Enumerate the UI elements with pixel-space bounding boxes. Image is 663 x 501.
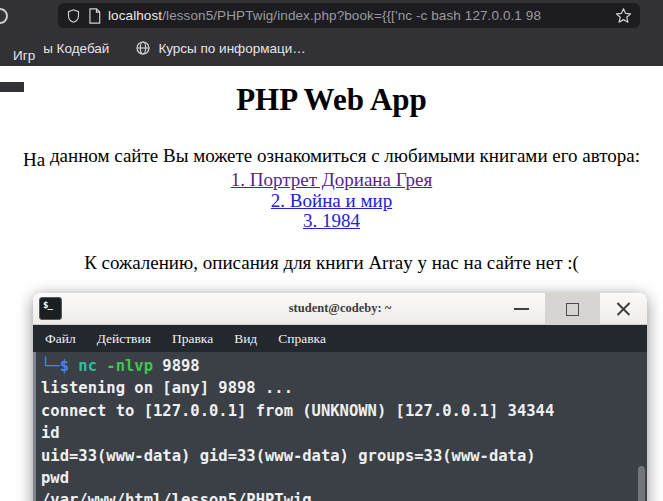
star-icon: [615, 7, 632, 24]
menu-item-действия[interactable]: Действия: [97, 331, 151, 347]
menu-item-вид[interactable]: Вид: [234, 331, 257, 347]
url-host: localhost: [108, 8, 162, 23]
menu-item-файл[interactable]: Файл: [45, 331, 76, 347]
terminal-app-icon: $_: [39, 297, 62, 320]
bookmark-label: ы Кодебай: [43, 41, 109, 56]
intro-text: На данном сайте Вы можете ознакомиться с…: [0, 145, 663, 167]
terminal-menubar: ФайлДействияПравкаВидСправка: [33, 325, 647, 352]
menu-item-правка[interactable]: Правка: [172, 331, 213, 347]
book-link-2[interactable]: 2. Война и мир: [0, 191, 663, 212]
terminal-line: listening on [any] 9898 ...: [41, 377, 647, 399]
page-icon[interactable]: [88, 8, 101, 24]
book-link-3[interactable]: 3. 1984: [0, 211, 663, 232]
shield-icon[interactable]: [66, 8, 81, 24]
chrome-seam-notch: [0, 82, 24, 92]
terminal-line: connect to [127.0.0.1] from (UNKNOWN) [1…: [41, 400, 647, 422]
bookmark-label: Курсы по информаци…: [158, 41, 305, 56]
browser-window: localhost/lesson5/PHPTwig/index.php?book…: [0, 0, 663, 501]
web-page-content: PHP Web App На данном сайте Вы можете оз…: [0, 82, 663, 501]
reload-icon[interactable]: [0, 8, 8, 24]
terminal-line: /var/www/html/lesson5/PHPTwig: [41, 489, 647, 501]
globe-icon: [135, 40, 151, 56]
minimize-button[interactable]: [498, 293, 545, 325]
maximize-button[interactable]: [545, 293, 600, 325]
intro-rest: данном сайте Вы можете ознакомиться с лю…: [45, 145, 640, 166]
not-found-message: К сожалению, описания для книги Array у …: [0, 252, 663, 274]
book-link-1[interactable]: 1. Портрет Дориана Грея: [0, 170, 663, 191]
terminal-line: id: [41, 422, 647, 444]
bookmark-label-prefix: Игр: [13, 48, 35, 63]
close-button[interactable]: [600, 293, 647, 325]
intro-prefix: На: [23, 149, 45, 170]
bookmarks-bar: Игры Кодебай Курсы по информаци…: [0, 30, 663, 66]
book-link-list: 1. Портрет Дориана Грея 2. Война и мир 3…: [0, 170, 663, 232]
terminal-line: pwd: [41, 467, 647, 489]
address-bar[interactable]: localhost/lesson5/PHPTwig/index.php?book…: [58, 3, 640, 28]
terminal-line: └─$ nc -nlvp 9898: [41, 355, 647, 377]
window-controls: [498, 293, 647, 325]
terminal-window: $_ student@codeby: ~ ФайлДействияПравкаВ…: [33, 293, 647, 501]
url-fade-overlay: [562, 8, 608, 23]
browser-toolbar: localhost/lesson5/PHPTwig/index.php?book…: [0, 0, 663, 30]
url-text[interactable]: localhost/lesson5/PHPTwig/index.php?book…: [108, 8, 608, 23]
terminal-line: uid=33(www-data) gid=33(www-data) groups…: [41, 445, 647, 467]
terminal-output[interactable]: └─$ nc -nlvp 9898listening on [any] 9898…: [33, 352, 647, 501]
minimize-icon: [514, 308, 529, 310]
url-path: /lesson5/PHPTwig/index.php?book={{['nc -…: [162, 8, 541, 23]
menu-item-справка[interactable]: Справка: [278, 331, 326, 347]
bookmark-item-courses[interactable]: Курсы по информаци…: [135, 40, 305, 56]
bookmark-item-kodebay[interactable]: Игры Кодебай: [14, 41, 109, 56]
terminal-lines: └─$ nc -nlvp 9898listening on [any] 9898…: [41, 355, 647, 501]
bookmark-star-button[interactable]: [615, 7, 632, 24]
terminal-scrollbar-thumb[interactable]: [638, 466, 645, 501]
terminal-titlebar[interactable]: $_ student@codeby: ~: [33, 293, 647, 325]
maximize-icon: [566, 303, 579, 316]
page-title: PHP Web App: [0, 82, 663, 118]
